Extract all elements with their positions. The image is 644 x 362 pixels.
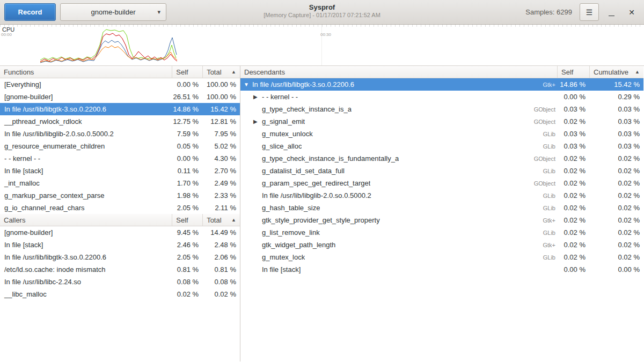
- table-row[interactable]: ▼In file /usr/lib/libgtk-3.so.0.2200.6Gt…: [240, 78, 643, 91]
- self-value: 0.02 %: [172, 290, 203, 298]
- table-row[interactable]: ▶- - kernel - -0.00 %0.29 %: [240, 91, 643, 103]
- expander-icon[interactable]: ▼: [244, 82, 252, 87]
- cumulative-column-header[interactable]: Cumulative ▲: [590, 66, 643, 78]
- time-tick-start: 00:00: [1, 32, 12, 37]
- table-row[interactable]: In file /usr/lib/libc-2.24.so0.08 %0.08 …: [0, 276, 240, 288]
- function-name: [gnome-builder]: [0, 93, 172, 101]
- table-row[interactable]: g_list_remove_linkGLib0.02 %0.02 %: [240, 226, 643, 239]
- function-name: g_mutex_lock: [262, 253, 305, 261]
- self-value: 0.02 %: [558, 241, 590, 249]
- record-button[interactable]: Record: [4, 3, 56, 21]
- descendants-column-header[interactable]: Descendants: [240, 66, 558, 78]
- function-name: In file /usr/lib/libglib-2.0.so.0.5000.2: [262, 191, 371, 200]
- function-name: In file [stack]: [262, 265, 301, 274]
- cumulative-value: 0.02 %: [590, 191, 643, 200]
- right-panel: Descendants Self Cumulative ▲ ▼In file /…: [240, 66, 643, 361]
- self-column-header[interactable]: Self: [172, 66, 203, 78]
- function-name: In file [stack]: [0, 241, 172, 249]
- total-column-header[interactable]: Total ▲: [203, 214, 240, 226]
- functions-table: [Everything]0.00 %100.00 %[gnome-builder…: [0, 78, 240, 214]
- descendants-column-label: Descendants: [244, 68, 285, 76]
- table-row[interactable]: In file /usr/lib/libgtk-3.so.0.2200.62.0…: [0, 251, 240, 263]
- table-row[interactable]: [Everything]0.00 %100.00 %: [0, 78, 240, 91]
- table-row[interactable]: [gnome-builder]9.45 %14.49 %: [0, 226, 240, 239]
- callers-table: [gnome-builder]9.45 %14.49 %In file [sta…: [0, 226, 240, 300]
- function-name-cell: g_param_spec_get_redirect_targetGObject: [240, 179, 558, 187]
- table-row[interactable]: g_datalist_id_set_data_fullGLib0.02 %0.0…: [240, 165, 643, 177]
- self-value: 0.00 %: [172, 80, 203, 88]
- process-selector-dropdown[interactable]: gnome-builder ▾: [60, 3, 166, 21]
- self-value: 0.03 %: [558, 105, 590, 113]
- total-value: 12.81 %: [203, 117, 240, 125]
- table-row[interactable]: [gnome-builder]26.51 %100.00 %: [0, 91, 240, 103]
- close-button[interactable]: ✕: [624, 4, 640, 20]
- cumulative-value: 0.02 %: [590, 228, 643, 237]
- table-row[interactable]: In file /usr/lib/libglib-2.0.so.0.5000.2…: [0, 128, 240, 140]
- function-name: g_param_spec_get_redirect_target: [262, 179, 370, 187]
- cumulative-value: 0.02 %: [590, 167, 643, 175]
- total-value: 5.02 %: [203, 142, 240, 150]
- table-row[interactable]: g_mutex_lockGLib0.02 %0.02 %: [240, 251, 643, 263]
- self-value: 0.00 %: [172, 154, 203, 162]
- table-row[interactable]: g_type_check_instance_is_aGObject0.03 %0…: [240, 103, 643, 115]
- function-name: gtk_widget_path_length: [262, 241, 335, 249]
- left-panel: Functions Self Total ▲ [Everything]0.00 …: [0, 66, 240, 361]
- table-row[interactable]: g_markup_parse_context_parse1.98 %2.33 %: [0, 189, 240, 202]
- self-value: 0.11 %: [172, 167, 203, 175]
- table-row[interactable]: g_io_channel_read_chars2.05 %2.11 %: [0, 202, 240, 214]
- close-icon: ✕: [628, 8, 635, 17]
- table-row[interactable]: /etc/ld.so.cache: inode mismatch0.81 %0.…: [0, 263, 240, 276]
- table-row[interactable]: In file /usr/lib/libgtk-3.so.0.2200.614.…: [0, 103, 240, 115]
- self-value: 0.02 %: [558, 216, 590, 224]
- table-row[interactable]: In file [stack]0.00 %0.00 %: [240, 263, 643, 276]
- library-tag: GLib: [539, 143, 555, 150]
- menu-button[interactable]: ☰: [580, 3, 599, 21]
- table-row[interactable]: gtk_widget_path_lengthGtk+0.02 %0.02 %: [240, 239, 643, 251]
- callers-column-label: Callers: [4, 216, 25, 224]
- descendants-table: ▼In file /usr/lib/libgtk-3.so.0.2200.6Gt…: [240, 78, 643, 276]
- table-row[interactable]: In file [stack]2.46 %2.48 %: [0, 239, 240, 251]
- minimize-button[interactable]: [603, 4, 619, 20]
- self-column-label: Self: [176, 68, 188, 76]
- expander-icon[interactable]: ▶: [253, 94, 262, 100]
- functions-column-header[interactable]: Functions: [0, 66, 172, 78]
- self-value: 14.86 %: [558, 80, 590, 88]
- table-row[interactable]: In file [stack]0.11 %2.70 %: [0, 165, 240, 177]
- table-row[interactable]: _int_malloc1.70 %2.49 %: [0, 177, 240, 189]
- table-row[interactable]: g_hash_table_sizeGLib0.02 %0.02 %: [240, 202, 643, 214]
- self-column-header[interactable]: Self: [558, 66, 590, 78]
- expander-icon[interactable]: ▶: [253, 119, 262, 124]
- table-row[interactable]: ▶g_signal_emitGObject0.02 %0.03 %: [240, 115, 643, 128]
- library-tag: GObject: [530, 156, 555, 162]
- descendants-table-header: Descendants Self Cumulative ▲: [240, 66, 643, 78]
- table-row[interactable]: g_resource_enumerate_children0.05 %5.02 …: [0, 140, 240, 152]
- samples-count: Samples: 6299: [525, 8, 572, 16]
- self-value: 2.05 %: [172, 253, 203, 261]
- function-name: In file /usr/lib/libglib-2.0.so.0.5000.2: [0, 130, 172, 138]
- self-value: 1.98 %: [172, 191, 203, 200]
- function-name-cell: gtk_style_provider_get_style_propertyGtk…: [240, 216, 558, 224]
- self-column-header[interactable]: Self: [172, 214, 203, 226]
- total-column-header[interactable]: Total ▲: [203, 66, 240, 78]
- title-block: Sysprof [Memory Capture] - 01/17/2017 07…: [264, 3, 380, 19]
- table-row[interactable]: __pthread_rwlock_rdlock12.75 %12.81 %: [0, 115, 240, 128]
- self-value: 0.02 %: [558, 191, 590, 200]
- function-name: _int_malloc: [0, 179, 172, 187]
- callers-column-header[interactable]: Callers: [0, 214, 172, 226]
- cumulative-value: 0.03 %: [590, 105, 643, 113]
- table-row[interactable]: g_mutex_unlockGLib0.03 %0.03 %: [240, 128, 643, 140]
- sort-ascending-icon: ▲: [231, 69, 236, 75]
- table-row[interactable]: In file /usr/lib/libglib-2.0.so.0.5000.2…: [240, 189, 643, 202]
- table-row[interactable]: - - kernel - -0.00 %4.30 %: [0, 152, 240, 165]
- table-row[interactable]: g_type_check_instance_is_fundamentally_a…: [240, 152, 643, 165]
- cpu-usage-graph[interactable]: CPU 00:00 00:30: [0, 25, 644, 66]
- table-row[interactable]: g_slice_allocGLib0.03 %0.03 %: [240, 140, 643, 152]
- capture-subtitle: [Memory Capture] - 01/17/2017 07:21:52 A…: [264, 12, 380, 19]
- library-tag: GLib: [539, 131, 555, 137]
- table-row[interactable]: __libc_malloc0.02 %0.02 %: [0, 288, 240, 300]
- table-row[interactable]: g_param_spec_get_redirect_targetGObject0…: [240, 177, 643, 189]
- minimize-icon: [609, 16, 614, 16]
- sort-ascending-icon: ▲: [635, 69, 640, 75]
- table-row[interactable]: gtk_style_provider_get_style_propertyGtk…: [240, 214, 643, 226]
- titlebar: Record gnome-builder ▾ Sysprof [Memory C…: [0, 0, 644, 25]
